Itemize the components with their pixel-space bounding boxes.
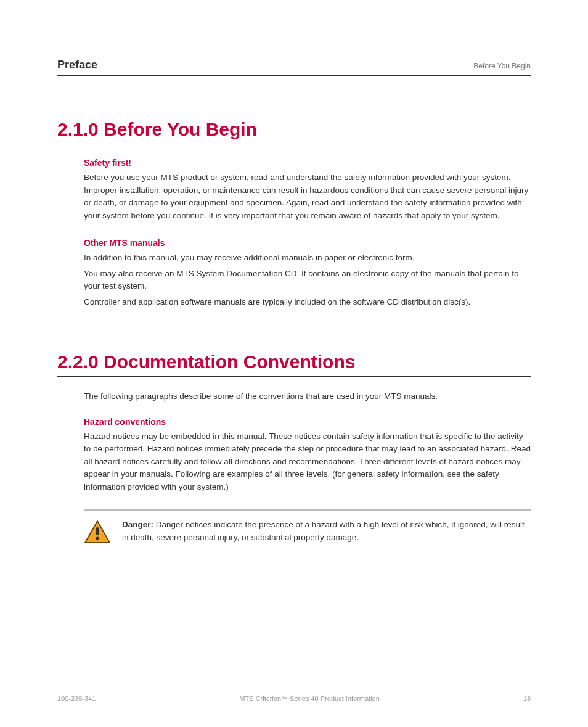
page-header: Preface Before You Begin bbox=[57, 59, 531, 76]
body-text-hazard: Hazard notices may be embedded in this m… bbox=[84, 430, 531, 494]
body-text-safety: Before you use your MTS product or syste… bbox=[84, 171, 531, 222]
subsection-safety-first: Safety first! Before you use your MTS pr… bbox=[57, 158, 531, 222]
footer-right: 13 bbox=[523, 695, 531, 702]
section-heading-documentation-conventions: 2.2.0 Documentation Conventions bbox=[57, 351, 531, 377]
svg-point-2 bbox=[96, 537, 99, 540]
header-title: Preface bbox=[57, 59, 97, 72]
page-footer: 100-238-341 MTS Criterion™ Series 40 Pro… bbox=[57, 695, 531, 702]
manuals-paragraph-3: Controller and application software manu… bbox=[84, 296, 531, 309]
subsection-hazard-conventions: Hazard conventions Hazard notices may be… bbox=[57, 417, 531, 494]
hazard-paragraph-1: Hazard notices may be embedded in this m… bbox=[84, 430, 531, 494]
safety-paragraph-1: Before you use your MTS product or syste… bbox=[84, 171, 531, 222]
subsection-heading-hazard: Hazard conventions bbox=[84, 417, 531, 427]
subsection-other-manuals: Other MTS manuals In addition to this ma… bbox=[57, 238, 531, 308]
danger-label: Danger: bbox=[122, 520, 153, 529]
docconv-intro: The following paragraphs describe some o… bbox=[57, 390, 531, 403]
warning-icon bbox=[84, 520, 111, 547]
hazard-notice-block: Danger: Danger notices indicate the pres… bbox=[57, 509, 531, 547]
manuals-paragraph-1: In addition to this manual, you may rece… bbox=[84, 252, 531, 265]
hazard-danger-text: Danger: Danger notices indicate the pres… bbox=[122, 519, 531, 544]
header-subtitle: Before You Begin bbox=[473, 62, 531, 70]
footer-left: 100-238-341 bbox=[57, 695, 96, 702]
section-heading-before-you-begin: 2.1.0 Before You Begin bbox=[57, 119, 531, 144]
danger-description: Danger notices indicate the presence of … bbox=[122, 520, 525, 542]
subsection-heading-safety: Safety first! bbox=[84, 158, 531, 168]
manuals-paragraph-2: You may also receive an MTS System Docum… bbox=[84, 268, 531, 293]
svg-rect-1 bbox=[96, 527, 99, 535]
hazard-divider bbox=[84, 509, 531, 511]
body-text-manuals: In addition to this manual, you may rece… bbox=[84, 252, 531, 308]
footer-center: MTS Criterion™ Series 40 Product Informa… bbox=[239, 695, 379, 702]
subsection-heading-manuals: Other MTS manuals bbox=[84, 238, 531, 248]
